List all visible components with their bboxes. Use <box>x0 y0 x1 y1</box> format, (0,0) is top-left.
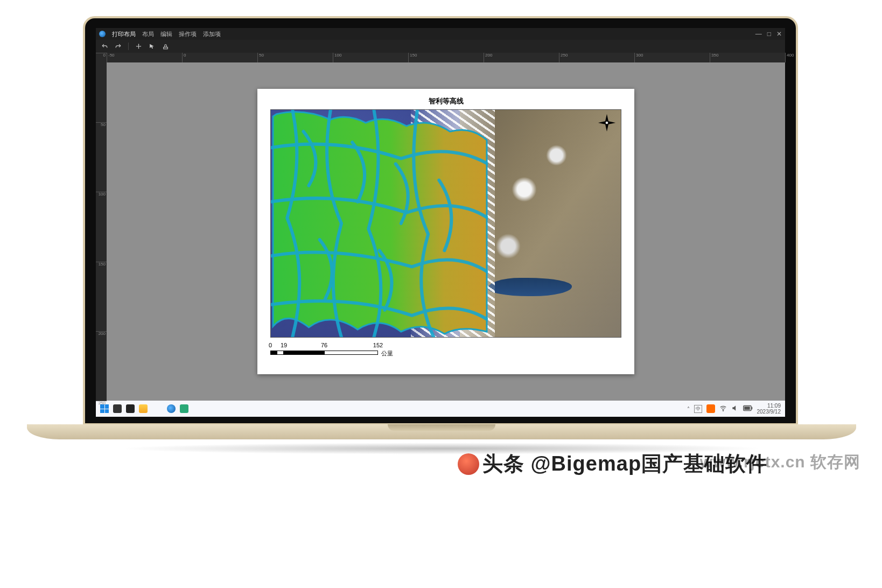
desktop: 打印布局 布局 编辑 操作项 添加项 — □ ✕ <box>96 28 785 417</box>
vruler-tick: 150 <box>96 262 107 267</box>
wifi-icon[interactable] <box>719 404 727 413</box>
menu-edit[interactable]: 编辑 <box>160 30 172 38</box>
page-title: 智利等高线 <box>270 96 621 106</box>
app2-icon[interactable] <box>180 404 188 413</box>
menu-add[interactable]: 添加项 <box>203 30 221 38</box>
stamp-icon[interactable] <box>162 43 169 50</box>
taskbar-clock[interactable]: 11:09 2023/9/12 <box>757 403 781 415</box>
svg-point-5 <box>605 121 608 124</box>
workarea: 050100150200250 -50050100150200250300350… <box>96 53 785 401</box>
scalebar-tick-3: 152 <box>373 342 383 348</box>
sogou-icon[interactable] <box>706 404 715 413</box>
minimize-button[interactable]: — <box>755 30 762 38</box>
watermark-avatar-icon <box>458 453 479 475</box>
svg-rect-9 <box>751 407 752 410</box>
vruler-tick: 0 <box>96 53 107 58</box>
map-lake <box>488 278 572 296</box>
hruler-tick: 200 <box>484 53 492 62</box>
scale-bar[interactable]: 0 19 76 152 <box>270 342 621 361</box>
hruler-tick: 100 <box>333 53 341 62</box>
taskbar-date: 2023/9/12 <box>757 409 781 415</box>
redo-icon[interactable] <box>115 43 122 50</box>
map-frame[interactable] <box>270 109 621 338</box>
hruler-tick: 350 <box>710 53 718 62</box>
pointer-icon[interactable] <box>149 43 156 50</box>
explorer-icon[interactable] <box>139 404 148 413</box>
menu-bar: 布局 编辑 操作项 添加项 <box>142 30 221 38</box>
map-islands-layer <box>271 110 488 337</box>
vruler-tick: 250 <box>96 401 107 405</box>
scalebar-tick-2: 76 <box>321 342 327 348</box>
menu-action[interactable]: 操作项 <box>179 30 197 38</box>
laptop-bezel: 打印布局 布局 编辑 操作项 添加项 — □ ✕ <box>83 16 798 425</box>
toolbar <box>96 40 785 53</box>
volume-icon[interactable] <box>731 404 739 413</box>
svg-point-6 <box>723 410 723 411</box>
print-page[interactable]: 智利等高线 <box>257 89 634 374</box>
system-tray: ˄ 中 11:09 2023/9/12 <box>687 403 781 415</box>
horizontal-ruler[interactable]: -50050100150200250300350400 <box>107 53 785 62</box>
window-buttons: — □ ✕ <box>755 30 782 38</box>
undo-icon[interactable] <box>101 43 108 50</box>
menu-layout[interactable]: 布局 <box>142 30 154 38</box>
hruler-tick: 50 <box>257 53 264 62</box>
taskview-icon[interactable] <box>126 404 135 413</box>
svg-rect-8 <box>744 407 750 410</box>
scalebar-unit: 公里 <box>381 349 393 358</box>
hruler-tick: 250 <box>559 53 568 62</box>
hruler-tick: 400 <box>785 53 794 62</box>
scalebar-tick-0: 0 <box>269 342 272 348</box>
titlebar: 打印布局 布局 编辑 操作项 添加项 — □ ✕ <box>96 28 785 40</box>
close-button[interactable]: ✕ <box>776 30 782 38</box>
taskbar-time: 11:09 <box>757 403 781 409</box>
chevron-up-icon[interactable]: ˄ <box>687 406 690 412</box>
vruler-tick: 200 <box>96 331 107 336</box>
app-window: 打印布局 布局 编辑 操作项 添加项 — □ ✕ <box>96 28 785 401</box>
hruler-tick: -50 <box>107 53 115 62</box>
svg-rect-0 <box>164 47 168 48</box>
window-title: 打印布局 <box>112 30 136 38</box>
vruler-tick: 100 <box>96 192 107 197</box>
hruler-tick: 0 <box>182 53 186 62</box>
main-area: -50050100150200250300350400 智利等高线 <box>107 53 785 401</box>
canvas[interactable]: 智利等高线 <box>107 62 785 401</box>
toolbar-separator <box>128 43 129 50</box>
hruler-tick: 300 <box>634 53 643 62</box>
start-button[interactable] <box>100 404 109 413</box>
maximize-button[interactable]: □ <box>767 30 771 38</box>
battery-icon[interactable] <box>743 405 753 412</box>
laptop-notch <box>388 424 495 431</box>
scalebar-tick-1: 19 <box>281 342 287 348</box>
laptop-frame: 打印布局 布局 编辑 操作项 添加项 — □ ✕ <box>27 16 856 444</box>
pan-icon[interactable] <box>135 43 142 50</box>
windows-taskbar: ˄ 中 11:09 2023/9/12 <box>96 401 785 417</box>
search-icon[interactable] <box>113 404 122 413</box>
input-icon[interactable]: 中 <box>694 405 702 413</box>
hruler-tick: 150 <box>408 53 417 62</box>
app-icon[interactable] <box>167 404 176 413</box>
app-logo-icon <box>99 31 106 37</box>
vruler-tick: 50 <box>96 122 107 127</box>
vertical-ruler[interactable]: 050100150200250 <box>96 53 107 401</box>
watermark-secondary: www.rjctx.cn 软存网 <box>700 451 860 473</box>
compass-icon[interactable] <box>597 113 617 132</box>
